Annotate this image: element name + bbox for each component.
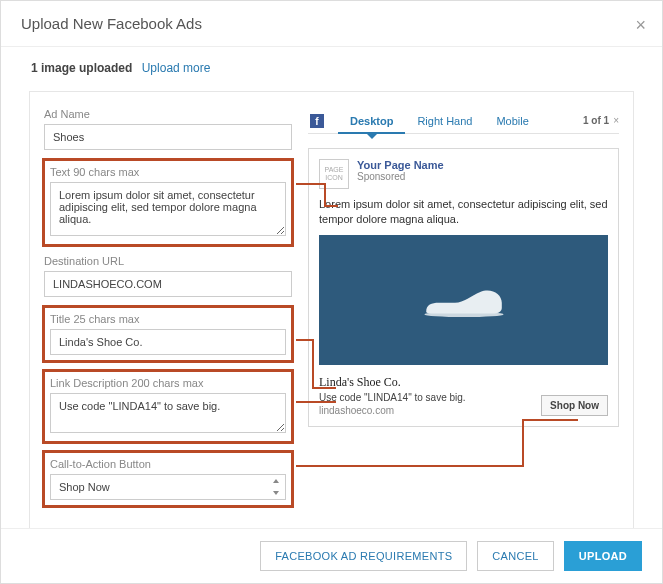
- sponsored-label: Sponsored: [357, 171, 444, 182]
- link-description-label: Link Description 200 chars max: [50, 377, 286, 389]
- ad-image: [319, 235, 608, 365]
- link-description-input[interactable]: Use code "LINDA14" to save big.: [50, 393, 286, 433]
- ad-domain: lindashoeco.com: [319, 405, 533, 416]
- destination-url-input[interactable]: [44, 271, 292, 297]
- cta-select[interactable]: Shop Now: [50, 474, 286, 500]
- preview-counter: 1 of 1×: [583, 115, 619, 126]
- page-name: Your Page Name: [357, 159, 444, 171]
- connector-line: [522, 419, 578, 421]
- cancel-button[interactable]: CANCEL: [477, 541, 553, 571]
- connector-line: [324, 183, 326, 205]
- form-column: Ad Name Text 90 chars max Lorem ipsum do…: [44, 108, 292, 516]
- connector-line: [324, 205, 338, 207]
- connector-line: [296, 465, 522, 467]
- field-title: Title 25 chars max: [44, 307, 292, 361]
- connector-line: [312, 339, 314, 387]
- preview-tabs: f Desktop Right Hand Mobile 1 of 1×: [308, 108, 619, 134]
- upload-button[interactable]: UPLOAD: [564, 541, 642, 571]
- field-ad-name: Ad Name: [44, 108, 292, 150]
- connector-line: [312, 387, 336, 389]
- upload-more-link[interactable]: Upload more: [142, 61, 211, 75]
- close-icon[interactable]: ×: [635, 15, 646, 36]
- connector-line: [522, 419, 524, 467]
- modal-title: Upload New Facebook Ads: [21, 15, 202, 32]
- connector-line: [296, 401, 336, 403]
- tab-right-hand[interactable]: Right Hand: [405, 108, 484, 134]
- text-label: Text 90 chars max: [50, 166, 286, 178]
- editor-panel: Ad Name Text 90 chars max Lorem ipsum do…: [29, 91, 634, 537]
- upload-ads-modal: Upload New Facebook Ads × 1 image upload…: [0, 0, 663, 584]
- ad-name-input[interactable]: [44, 124, 292, 150]
- field-destination-url: Destination URL: [44, 255, 292, 297]
- upload-status-row: 1 image uploaded Upload more: [1, 47, 662, 85]
- modal-header: Upload New Facebook Ads ×: [1, 1, 662, 47]
- upload-count-text: 1 image uploaded: [31, 61, 132, 75]
- connector-line: [296, 183, 326, 185]
- modal-footer: FACEBOOK AD REQUIREMENTS CANCEL UPLOAD: [1, 528, 662, 583]
- preview-column: f Desktop Right Hand Mobile 1 of 1× PAGE…: [308, 108, 619, 516]
- cta-label: Call-to-Action Button: [50, 458, 286, 470]
- facebook-icon: f: [310, 114, 324, 128]
- title-input[interactable]: [50, 329, 286, 355]
- tab-desktop[interactable]: Desktop: [338, 108, 405, 134]
- fb-requirements-button[interactable]: FACEBOOK AD REQUIREMENTS: [260, 541, 467, 571]
- ad-preview-card: PAGEICON Your Page Name Sponsored Lorem …: [308, 148, 619, 427]
- svg-point-0: [424, 311, 503, 316]
- shoe-icon: [419, 275, 509, 325]
- ad-header: PAGEICON Your Page Name Sponsored: [319, 159, 608, 189]
- ad-link-row: Linda's Shoe Co. Use code "LINDA14" to s…: [319, 375, 608, 416]
- field-text: Text 90 chars max Lorem ipsum dolor sit …: [44, 160, 292, 245]
- ad-name-label: Ad Name: [44, 108, 292, 120]
- ad-body-text: Lorem ipsum dolor sit amet, consectetur …: [319, 197, 608, 227]
- title-label: Title 25 chars max: [50, 313, 286, 325]
- ad-title: Linda's Shoe Co.: [319, 375, 533, 390]
- text-input[interactable]: Lorem ipsum dolor sit amet, consectetur …: [50, 182, 286, 236]
- preview-close-icon[interactable]: ×: [613, 115, 619, 126]
- ad-description: Use code "LINDA14" to save big.: [319, 392, 533, 403]
- tab-mobile[interactable]: Mobile: [484, 108, 540, 134]
- field-link-description: Link Description 200 chars max Use code …: [44, 371, 292, 442]
- ad-cta-button[interactable]: Shop Now: [541, 395, 608, 416]
- cta-select-value: Shop Now: [59, 481, 110, 493]
- destination-url-label: Destination URL: [44, 255, 292, 267]
- field-cta: Call-to-Action Button Shop Now: [44, 452, 292, 506]
